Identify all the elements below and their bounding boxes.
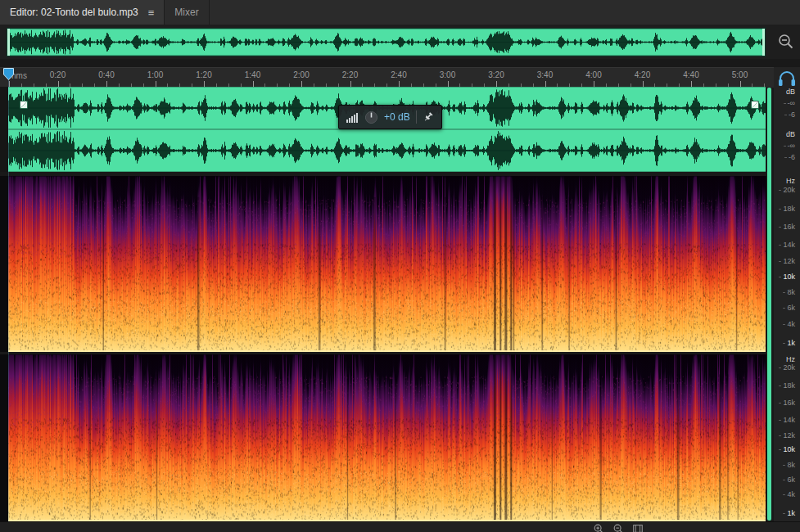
vertical-scrollbar-thumb[interactable] [767, 88, 771, 521]
ruler-tickmark [156, 81, 156, 87]
scale-mark-1k: 1k [787, 339, 795, 347]
spectrogram-right-channel[interactable] [8, 354, 766, 521]
ruler-tick-label: 1:20 [196, 70, 211, 79]
magnifier-minus-icon [776, 32, 796, 52]
scale-mark-4k: 4k [787, 490, 795, 498]
volume-value: +0 dB [384, 111, 410, 123]
scale-mark-14k: 14k [783, 416, 795, 424]
tab-editor-label: Editor: 02-Tonto del bulo.mp3 [10, 7, 138, 18]
ruler-tick-label: 1:40 [245, 70, 260, 79]
ruler-tick-label: 1:00 [147, 70, 163, 79]
scale-mark-6k: 6k [787, 476, 795, 484]
scale-mark--6: -6 [789, 110, 795, 119]
ruler-tickmark [9, 81, 10, 87]
ruler-tickmark [106, 81, 107, 87]
pin-hud-icon[interactable] [423, 111, 434, 123]
scale-mark-14k: 14k [783, 241, 795, 249]
ruler-tick-label: 5:00 [732, 70, 748, 79]
hz-scale-right: Hz 20k18k16k14k12k10k8k6k4k1k [774, 354, 798, 521]
volume-knob-icon[interactable] [364, 110, 378, 124]
ruler-tick-label: 3:40 [537, 70, 553, 79]
ruler-tick-label: 4:00 [585, 70, 601, 79]
vertical-scrollbar-track[interactable] [767, 87, 771, 521]
ruler-tick-label: 2:20 [342, 70, 358, 79]
db-scale-title: dB [786, 130, 795, 138]
zoom-out-icon[interactable] [612, 523, 624, 532]
scale-mark--∞: -∞ [788, 99, 795, 107]
ruler-tickmark [496, 81, 497, 87]
scale-mark-1k: 1k [787, 509, 795, 517]
zoom-in-icon[interactable] [593, 523, 604, 532]
panel-tab-bar: Editor: 02-Tonto del bulo.mp3 ≡ Mixer [0, 0, 800, 26]
timeline-ruler[interactable]: hms 0:200:401:001:201:402:002:202:403:00… [0, 67, 774, 88]
scale-mark-4k: 4k [787, 320, 795, 328]
ruler-tickmark [204, 81, 205, 87]
ruler-tick-label: 4:40 [683, 70, 698, 79]
scale-mark--6: -6 [789, 153, 795, 161]
status-toolbar [0, 521, 800, 532]
overview-row [0, 25, 800, 59]
tab-mixer-label: Mixer [174, 7, 198, 18]
waveform-right-channel[interactable] [8, 129, 766, 172]
ruler-tickmark [740, 81, 741, 87]
hz-scale-title: Hz [786, 177, 795, 185]
scale-mark-18k: 18k [783, 205, 795, 213]
panel-menu-icon[interactable]: ≡ [148, 7, 155, 19]
overview-waveform[interactable] [7, 28, 766, 56]
spectrogram-left-channel[interactable] [8, 176, 766, 352]
ruler-tickmark [58, 81, 59, 87]
headphones-icon [776, 69, 798, 88]
scale-mark-18k: 18k [783, 381, 795, 390]
ruler-tickmark [301, 81, 302, 87]
db-scale-right: dB -∞-6 [774, 129, 798, 172]
scale-mark-20k: 20k [783, 363, 795, 372]
tab-mixer[interactable]: Mixer [165, 0, 209, 25]
ruler-tick-label: 0:20 [50, 70, 66, 79]
ruler-tick-label: 4:20 [635, 70, 650, 79]
ruler-tick-label: 2:00 [293, 70, 309, 79]
scale-mark-16k: 16k [783, 223, 795, 231]
scale-mark-6k: 6k [787, 304, 795, 312]
ruler-tickmark [448, 81, 449, 87]
waveform-row-right [0, 129, 766, 172]
audition-editor-window: Editor: 02-Tonto del bulo.mp3 ≡ Mixer hm… [0, 0, 800, 532]
ruler-tickmark [594, 81, 594, 87]
ruler-tick-label: 2:40 [391, 70, 406, 79]
scale-mark-8k: 8k [787, 461, 795, 469]
ruler-tick-label: 0:40 [98, 70, 114, 79]
scale-mark-10k: 10k [783, 445, 795, 453]
playhead-line [8, 80, 9, 521]
volume-bars-icon [346, 111, 359, 123]
hud-divider [416, 110, 417, 124]
scale-mark--∞: -∞ [788, 142, 795, 150]
scale-mark-12k: 12k [783, 257, 795, 265]
scale-mark-12k: 12k [783, 431, 795, 440]
db-scale-left: dB -∞-6 [774, 87, 798, 129]
zoom-selection-icon[interactable] [632, 523, 644, 532]
scale-mark-16k: 16k [783, 399, 795, 407]
db-scale-title: dB [786, 88, 795, 96]
ruler-tickmark [643, 81, 644, 87]
fade-in-handle[interactable] [20, 101, 28, 109]
scale-mark-20k: 20k [783, 186, 795, 194]
ruler-tick-label: 3:20 [488, 70, 504, 79]
hz-scale-title: Hz [786, 355, 795, 363]
fade-out-handle[interactable] [751, 101, 759, 109]
spectrogram-row-left [0, 176, 766, 352]
zoom-navigate-icon[interactable] [776, 32, 796, 52]
ruler-tickmark [350, 81, 351, 87]
ruler-tick-label: 3:00 [440, 70, 455, 79]
ruler-tickmark [691, 81, 692, 87]
ruler-tickmark [253, 81, 254, 87]
hz-scale-left: Hz 20k18k16k14k12k10k8k6k4k1k [774, 176, 798, 352]
playhead-marker[interactable] [3, 68, 14, 80]
volume-hud: +0 dB [338, 105, 442, 129]
ruler-tickmark [545, 81, 546, 87]
spectrogram-row-right [0, 354, 766, 521]
ruler-tickmark [399, 81, 400, 87]
monitoring-headphones-icon[interactable] [776, 69, 798, 88]
scale-mark-10k: 10k [783, 273, 795, 281]
scale-mark-8k: 8k [787, 288, 795, 296]
tab-editor[interactable]: Editor: 02-Tonto del bulo.mp3 ≡ [0, 0, 165, 25]
